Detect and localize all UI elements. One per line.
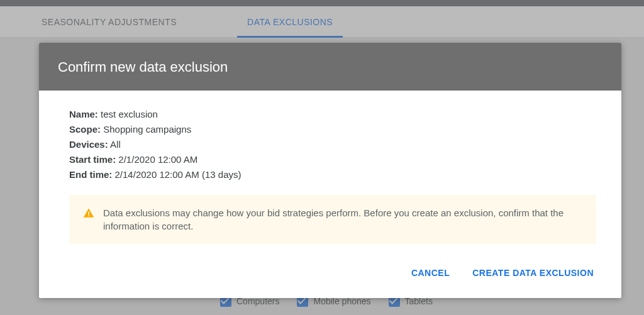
detail-value: 2/14/2020 12:00 AM (13 days): [115, 169, 242, 180]
dialog-body: Name: test exclusion Scope: Shopping cam…: [39, 91, 621, 244]
warning-icon: [83, 207, 94, 233]
detail-value: 2/1/2020 12:00 AM: [118, 154, 197, 165]
detail-label: End time:: [69, 169, 112, 180]
detail-value: Shopping campaigns: [103, 124, 191, 135]
dialog-title: Confirm new data exclusion: [58, 59, 602, 75]
svg-rect-0: [88, 212, 89, 215]
create-data-exclusion-button[interactable]: CREATE DATA EXCLUSION: [470, 263, 596, 283]
svg-rect-1: [88, 215, 89, 216]
detail-name: Name: test exclusion: [69, 107, 596, 122]
detail-value: test exclusion: [101, 109, 158, 119]
dialog-actions: CANCEL CREATE DATA EXCLUSION: [39, 244, 621, 298]
detail-label: Devices:: [69, 139, 108, 150]
warning-text: Data exclusions may change how your bid …: [103, 206, 582, 233]
warning-box: Data exclusions may change how your bid …: [69, 195, 596, 244]
detail-label: Name:: [69, 109, 98, 119]
detail-label: Start time:: [69, 154, 116, 165]
detail-scope: Scope: Shopping campaigns: [69, 122, 596, 137]
cancel-button[interactable]: CANCEL: [409, 263, 452, 283]
dialog-header: Confirm new data exclusion: [39, 43, 621, 91]
detail-start: Start time: 2/1/2020 12:00 AM: [69, 152, 596, 167]
detail-label: Scope:: [69, 124, 101, 135]
confirm-dialog: Confirm new data exclusion Name: test ex…: [39, 43, 621, 298]
detail-devices: Devices: All: [69, 137, 596, 152]
detail-end: End time: 2/14/2020 12:00 AM (13 days): [69, 167, 596, 182]
detail-value: All: [110, 139, 121, 150]
